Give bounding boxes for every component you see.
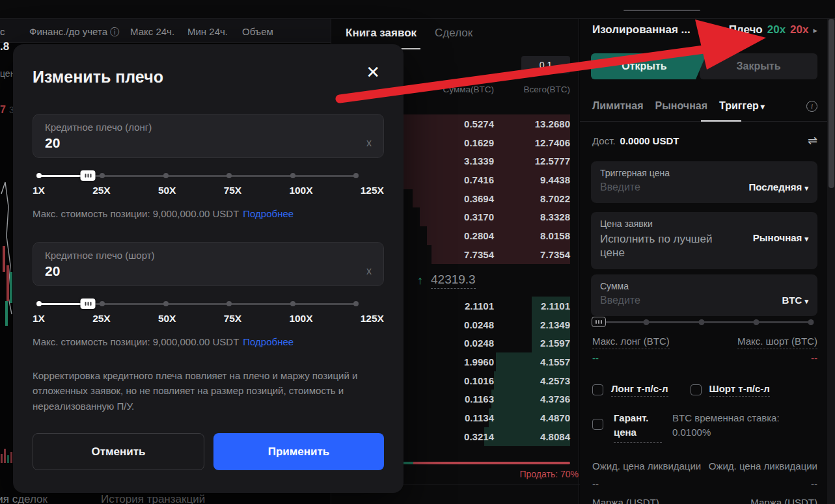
slider-thumb[interactable] — [81, 170, 96, 181]
long-tpsl-checkbox[interactable]: Лонг т-п/с-л — [592, 383, 668, 397]
slider-dot — [100, 301, 105, 306]
column-amount: Сумма(BTC) — [418, 85, 494, 94]
slider-dot — [290, 173, 295, 178]
leverage-short-input-value: 20 — [45, 263, 60, 279]
leverage-long-value: 20x — [767, 23, 786, 36]
max-position-text: Макс. стоимость позиции: 9,000,000.00 US… — [33, 336, 294, 347]
slider-dot — [698, 319, 704, 325]
multiplier-suffix: x — [366, 265, 372, 277]
leverage-long-input[interactable]: Кредитное плечо (лонг) 20 x — [33, 114, 384, 158]
tab-orderbook[interactable]: Книга заявок — [346, 27, 417, 40]
liq-price-value-short: -- — [811, 478, 817, 489]
slider-dot — [753, 319, 759, 325]
chevron-down-icon: ▾ — [804, 235, 808, 243]
amount-field[interactable]: Сумма Введите BTC ▾ — [591, 274, 817, 316]
price-fragment: .8 — [0, 40, 9, 53]
trading-screen: с Финанс./до учетаⓘ Макс 24ч. Мин 24ч. О… — [0, 0, 835, 504]
tab-market[interactable]: Рыночная — [655, 100, 707, 112]
stat-fragment: с — [0, 26, 5, 37]
liq-price-value-long: -- — [592, 478, 599, 489]
guaranteed-price-row: Гарант.цена BTC временная ставка:0.0100% — [592, 411, 817, 443]
short-tpsl-checkbox[interactable]: Шорт т-п/с-л — [691, 383, 770, 397]
chevron-right-icon: ▸ — [813, 25, 817, 35]
checkbox-icon — [592, 384, 603, 395]
slider-dot — [808, 319, 814, 325]
bottom-tabs: История сделок История транзакций — [0, 492, 579, 504]
amount-placeholder: Введите — [600, 295, 640, 306]
volume-bars-sliver — [0, 446, 14, 463]
leverage-long-input-label: Кредитное плечо (лонг) — [45, 122, 372, 133]
details-link[interactable]: Подробнее — [243, 208, 294, 219]
available-label: Дост. — [592, 135, 616, 146]
max-long-label[interactable]: Макс. лонг (BTC) — [592, 336, 670, 349]
tab-limit[interactable]: Лимитная — [592, 100, 643, 112]
slider-dot — [36, 173, 42, 178]
slider-dot — [226, 301, 232, 306]
candlestick-chart-sliver — [0, 174, 14, 337]
guaranteed-price-label[interactable]: Гарант.цена — [614, 411, 662, 443]
close-icon[interactable]: ✕ — [366, 64, 380, 81]
price-up-arrow-icon: ↑ — [417, 274, 423, 287]
slider-thumb[interactable] — [81, 298, 96, 309]
slider-dot — [163, 301, 169, 306]
amount-slider[interactable] — [592, 317, 811, 327]
left-edge-red-value: 7 — [0, 104, 6, 116]
trigger-price-field[interactable]: Триггерная цена Введите Последняя ▾ — [591, 161, 817, 203]
slider-dot — [644, 319, 650, 325]
slider-mark-labels: 1X25X50X75X100X125X — [33, 185, 384, 196]
stat-high-24h: Макс 24ч. — [130, 26, 174, 37]
checkbox-icon — [691, 384, 702, 395]
chevron-down-icon: ▾ — [804, 297, 808, 305]
slider-dot — [163, 173, 169, 178]
leverage-long-slider[interactable] — [39, 170, 356, 181]
leverage-short-value: 20x — [790, 23, 808, 36]
transfer-icon[interactable]: ⇌ — [808, 133, 817, 148]
top-panel-edge — [623, 10, 700, 11]
trigger-price-placeholder: Введите — [600, 181, 640, 193]
change-leverage-modal: Изменить плечо ✕ Кредитное плечо (лонг) … — [13, 44, 404, 493]
chevron-down-icon: ▾ — [804, 184, 808, 192]
slider-dot — [353, 173, 359, 178]
leverage-short-slider[interactable] — [39, 298, 356, 309]
top-strip — [0, 0, 835, 18]
slider-thumb[interactable] — [592, 317, 606, 327]
order-price-type-dropdown[interactable]: Рыночная ▾ — [753, 232, 808, 243]
column-total: Всего(BTC) — [494, 85, 570, 94]
info-icon[interactable]: i — [806, 101, 817, 112]
scrollbar-thumb[interactable] — [828, 19, 834, 188]
info-icon[interactable]: ⓘ — [110, 27, 119, 37]
close-order-tab[interactable]: Закрыть — [700, 53, 817, 79]
tab-trades[interactable]: Сделок — [435, 27, 472, 40]
apply-button[interactable]: Применить — [213, 433, 384, 470]
cancel-button[interactable]: Отменить — [33, 433, 204, 470]
stat-volume: Объем — [242, 26, 273, 37]
tab-transaction-history[interactable]: История транзакций — [101, 493, 205, 504]
chevron-down-icon: ▾ — [761, 102, 765, 111]
tick-size-selector[interactable]: 0.1 — [521, 56, 570, 73]
order-price-field[interactable]: Цена заявки Исполнить по лучшей цене Рын… — [591, 212, 817, 269]
guaranteed-price-checkbox[interactable] — [592, 419, 603, 430]
multiplier-suffix: x — [366, 137, 372, 149]
leverage-selector[interactable]: Плечо 20x 20x ▸ — [729, 23, 817, 36]
tab-trade-history[interactable]: История сделок — [0, 493, 48, 504]
slider-dot — [226, 173, 232, 178]
amount-unit-dropdown[interactable]: BTC ▾ — [782, 295, 808, 306]
leverage-short-input-label: Кредитное плечо (шорт) — [45, 250, 372, 261]
max-long-value: -- — [592, 352, 599, 364]
slider-dot — [353, 301, 359, 306]
liq-price-label-short: Ожид. цена ликвидации — [709, 460, 817, 471]
leverage-label: Плечо — [729, 23, 763, 36]
stat-low-24h: Мин 24ч. — [187, 26, 228, 37]
open-order-tab[interactable]: Открыть — [591, 53, 707, 79]
max-short-label[interactable]: Макс. шорт (BTC) — [737, 336, 817, 349]
modal-title: Изменить плечо — [33, 68, 163, 86]
liq-price-label-long: Ожид. цена ликвидации — [592, 460, 701, 471]
details-link[interactable]: Подробнее — [243, 336, 294, 347]
trigger-price-type-dropdown[interactable]: Последняя ▾ — [748, 181, 808, 192]
tab-trigger[interactable]: Триггер▾ — [719, 100, 765, 112]
margin-mode-selector[interactable]: Изолированная ... — [592, 23, 691, 36]
trigger-price-label: Триггерная цена — [600, 168, 808, 178]
slider-dot — [36, 301, 42, 306]
trade-panel: Изолированная ... Плечо 20x 20x ▸ Закрыт… — [580, 19, 827, 504]
leverage-short-input[interactable]: Кредитное плечо (шорт) 20 x — [33, 242, 384, 286]
